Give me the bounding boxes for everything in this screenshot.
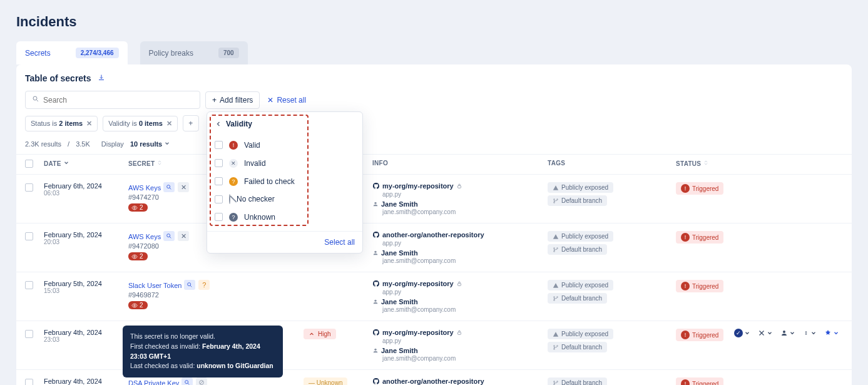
option-checkbox[interactable] [215, 141, 223, 149]
tag-pill: Publicly exposed [548, 231, 613, 242]
col-secret[interactable]: SECRET [128, 160, 155, 167]
search-input[interactable] [25, 91, 200, 109]
secret-name-link[interactable]: AWS Keys [128, 233, 161, 240]
row-date: February 6th, 2024 [44, 182, 128, 190]
action-resolve[interactable]: ✓ [734, 329, 750, 337]
option-icon: ✕ [229, 158, 238, 168]
user-link[interactable]: Jane Smith [372, 298, 418, 305]
tab-count: 2,274/3,466 [76, 48, 119, 58]
status-pill: !Triggered [676, 280, 723, 292]
chip-label: Validity is 0 items [108, 120, 163, 127]
download-icon[interactable] [98, 74, 105, 83]
option-checkbox[interactable] [215, 213, 223, 221]
filter-option[interactable]: ?Failed to check [215, 172, 355, 190]
search-field[interactable] [43, 96, 193, 105]
action-ignore[interactable] [758, 329, 773, 337]
option-checkbox[interactable] [215, 159, 223, 167]
select-all-checkbox[interactable] [25, 160, 33, 168]
add-filters-button[interactable]: + Add filters [205, 91, 260, 109]
filter-option[interactable]: ?Unknown [215, 208, 355, 226]
repo-file: app.py [382, 337, 548, 344]
action-assign[interactable] [780, 329, 795, 337]
tab-secrets[interactable]: Secrets 2,274/3,466 [16, 41, 128, 64]
secret-name-link[interactable]: DSA Private Key [128, 379, 179, 385]
table-row[interactable]: February 6th, 202406:03AWS Keys✕#9474270… [16, 175, 852, 223]
sort-icon [156, 160, 163, 166]
filter-option[interactable]: No checker [215, 190, 355, 208]
repo-link[interactable]: my-org/my-repository [372, 280, 462, 287]
view-icon[interactable] [184, 280, 195, 290]
repo-link[interactable]: another-org/another-repository [372, 377, 484, 385]
filter-chip-validity[interactable]: Validity is 0 items ✕ [103, 116, 178, 131]
user-icon [372, 299, 379, 305]
table-row[interactable]: February 5th, 202420:03AWS Keys✕#9472080… [16, 223, 852, 272]
display-value[interactable]: 10 results [130, 140, 170, 148]
filter-chip-status[interactable]: Status is 2 items ✕ [25, 116, 98, 131]
view-icon[interactable] [163, 231, 175, 241]
tab-count: 700 [218, 48, 239, 58]
row-time: 06:03 [44, 190, 128, 197]
chevron-down-icon [63, 160, 69, 166]
tab-policy-breaks[interactable]: Policy breaks 700 [140, 41, 248, 64]
close-icon: ✕ [267, 96, 273, 105]
action-more[interactable] [824, 329, 839, 337]
tabs: Secrets 2,274/3,466 Policy breaks 700 [0, 41, 868, 64]
github-icon [372, 231, 380, 239]
user-link[interactable]: Jane Smith [372, 200, 418, 208]
repo-link[interactable]: another-org/another-repository [372, 231, 484, 239]
option-checkbox[interactable] [215, 195, 223, 203]
col-status[interactable]: STATUS [676, 160, 701, 167]
tag-pill: Default branch [548, 195, 607, 206]
user-link[interactable]: Jane Smith [372, 347, 418, 354]
view-icon[interactable] [163, 182, 175, 192]
severity-pill: High [304, 329, 336, 339]
chip-remove-icon[interactable]: ✕ [166, 120, 172, 128]
row-date: February 4th, 2024 [44, 329, 128, 336]
tag-pill: Default branch [548, 244, 607, 255]
row-checkbox[interactable] [25, 232, 33, 240]
repo-link[interactable]: my-org/my-repository [372, 329, 462, 336]
view-icon[interactable] [181, 377, 193, 385]
chip-remove-icon[interactable]: ✕ [86, 120, 92, 128]
status-pill: !Triggered [676, 182, 723, 195]
chevron-left-icon[interactable] [215, 120, 222, 128]
row-checkbox[interactable] [25, 330, 33, 338]
reset-all-button[interactable]: ✕ Reset all [265, 92, 309, 108]
repo-link[interactable]: my-org/my-repository [372, 182, 462, 190]
svg-point-12 [554, 250, 555, 252]
action-severity[interactable] [803, 330, 817, 336]
severity-pill: — Unknown [304, 377, 347, 385]
button-label: Add filters [220, 96, 253, 105]
option-label: Invalid [244, 159, 266, 168]
add-chip-button[interactable]: + [183, 115, 199, 131]
display-label: Display [101, 140, 124, 148]
svg-point-0 [33, 96, 37, 100]
svg-point-23 [374, 349, 376, 351]
user-link[interactable]: Jane Smith [372, 249, 418, 257]
tag-pill: Publicly exposed [548, 280, 613, 290]
secret-name-link[interactable]: AWS Keys [128, 184, 161, 192]
svg-point-32 [554, 381, 555, 382]
svg-rect-22 [457, 332, 461, 335]
svg-point-34 [557, 381, 558, 382]
select-all-link[interactable]: Select all [324, 238, 355, 247]
page-title: Incidents [0, 0, 868, 41]
lock-icon [456, 183, 462, 189]
filter-option[interactable]: !Valid [215, 136, 355, 154]
validity-failed-icon: ? [198, 280, 210, 290]
filter-option[interactable]: ✕Invalid [215, 154, 355, 172]
option-checkbox[interactable] [215, 177, 223, 185]
validity-nochecker-icon [196, 377, 207, 385]
row-checkbox[interactable] [25, 281, 33, 289]
svg-point-6 [554, 202, 555, 203]
row-checkbox[interactable] [25, 183, 33, 192]
secret-name-link[interactable]: Slack User Token [128, 282, 181, 289]
branch-icon [553, 247, 559, 253]
row-checkbox[interactable] [25, 379, 33, 385]
plus-icon: + [212, 96, 217, 105]
table-row[interactable]: February 5th, 202415:03Slack User Token?… [16, 272, 852, 321]
col-date[interactable]: DATE [44, 160, 61, 167]
row-time: 23:03 [44, 336, 128, 343]
search-icon [32, 95, 39, 105]
row-date: February 4th, 2024 [44, 377, 128, 385]
